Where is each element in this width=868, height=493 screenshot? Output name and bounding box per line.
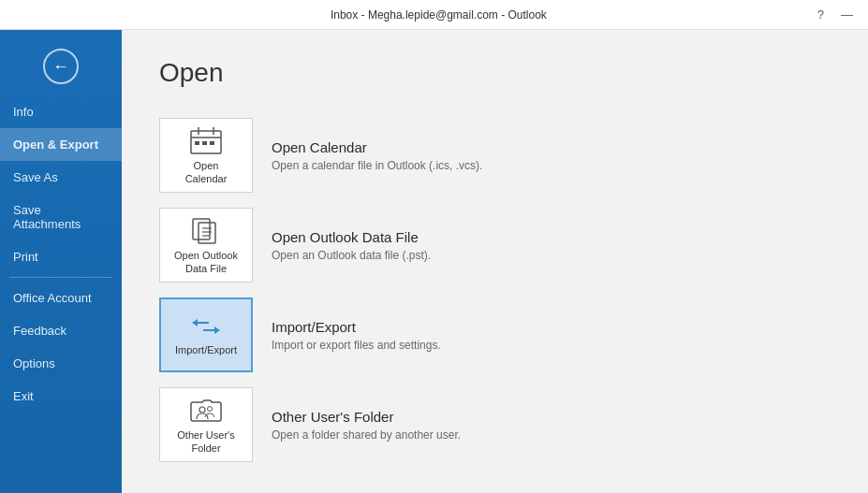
option-desc-import-export: Import or export files and settings. [272, 339, 441, 352]
sidebar-item-save-as[interactable]: Save As [0, 161, 122, 194]
option-desc-other-users-folder: Open a folder shared by another user. [272, 428, 461, 442]
option-info-other-users-folder: Other User's Folder Open a folder shared… [272, 409, 461, 442]
back-button[interactable]: ← [0, 37, 122, 95]
tile-label-open-outlook-data: Open OutlookData File [174, 249, 238, 276]
option-info-open-calendar: Open Calendar Open a calendar file in Ou… [272, 139, 482, 172]
sidebar-item-feedback[interactable]: Feedback [0, 314, 122, 347]
option-desc-open-outlook-data: Open an Outlook data file (.pst). [272, 249, 431, 262]
option-desc-open-calendar: Open a calendar file in Outlook (.ics, .… [272, 159, 482, 172]
sidebar: ← Info Open & Export Save As Save Attach… [0, 30, 122, 493]
app-body: ← Info Open & Export Save As Save Attach… [0, 30, 868, 493]
sidebar-item-options[interactable]: Options [0, 347, 122, 380]
svg-point-16 [199, 407, 205, 413]
option-info-import-export: Import/Export Import or export files and… [272, 319, 441, 352]
main-content: Open Op [122, 30, 868, 493]
title-bar-text: Inbox - Megha.lepide@gmail.com - Outlook [66, 8, 812, 22]
option-info-open-outlook-data: Open Outlook Data File Open an Outlook d… [272, 229, 431, 262]
option-row-open-outlook-data: Open OutlookData File Open Outlook Data … [159, 200, 831, 290]
title-bar: Inbox - Megha.lepide@gmail.com - Outlook… [0, 0, 868, 30]
back-arrow-icon: ← [52, 57, 69, 77]
sidebar-item-info[interactable]: Info [0, 95, 122, 128]
calendar-icon [189, 125, 223, 155]
back-circle: ← [43, 49, 79, 84]
tile-open-calendar[interactable]: OpenCalendar [159, 118, 253, 193]
tile-import-export[interactable]: Import/Export [159, 297, 253, 372]
sidebar-item-save-attachments[interactable]: Save Attachments [0, 194, 122, 240]
tile-label-import-export: Import/Export [175, 343, 237, 356]
title-bar-controls: ? — [812, 6, 859, 23]
help-button[interactable]: ? [812, 6, 830, 23]
sidebar-item-open-export[interactable]: Open & Export [0, 128, 122, 161]
option-title-open-calendar: Open Calendar [272, 139, 482, 155]
tile-open-outlook-data[interactable]: Open OutlookData File [159, 208, 253, 283]
outlook-data-icon [189, 215, 223, 245]
page-title: Open [159, 58, 831, 88]
minimize-button[interactable]: — [835, 6, 859, 23]
svg-marker-13 [192, 319, 198, 326]
svg-rect-4 [195, 141, 199, 145]
tile-label-open-calendar: OpenCalendar [185, 159, 228, 186]
sidebar-divider [9, 277, 112, 278]
option-title-open-outlook-data: Open Outlook Data File [272, 229, 431, 245]
option-row-other-users-folder: Other User'sFolder Other User's Folder O… [159, 380, 831, 470]
svg-marker-15 [214, 326, 220, 334]
option-title-import-export: Import/Export [272, 319, 441, 335]
option-row-open-calendar: OpenCalendar Open Calendar Open a calend… [159, 110, 831, 200]
svg-point-17 [208, 406, 213, 411]
svg-rect-5 [202, 141, 207, 145]
other-users-folder-icon [189, 395, 223, 425]
sidebar-item-print[interactable]: Print [0, 240, 122, 273]
options-grid: OpenCalendar Open Calendar Open a calend… [159, 110, 831, 470]
import-export-icon [188, 313, 224, 340]
option-title-other-users-folder: Other User's Folder [272, 409, 461, 425]
tile-label-other-users-folder: Other User'sFolder [177, 428, 234, 456]
svg-rect-6 [210, 141, 214, 145]
sidebar-item-exit[interactable]: Exit [0, 380, 122, 413]
tile-other-users-folder[interactable]: Other User'sFolder [159, 387, 253, 462]
option-row-import-export: Import/Export Import/Export Import or ex… [159, 290, 831, 380]
sidebar-item-office-account[interactable]: Office Account [0, 282, 122, 314]
